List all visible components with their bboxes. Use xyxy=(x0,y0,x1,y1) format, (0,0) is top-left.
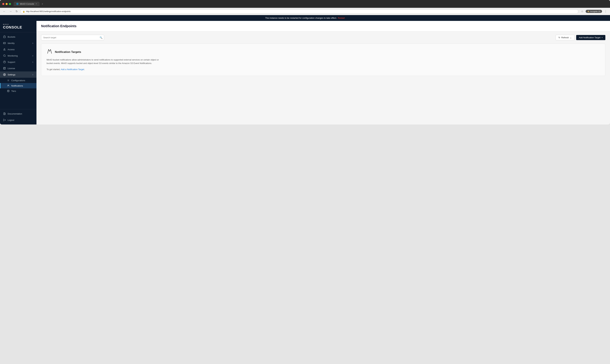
menu-button[interactable]: ⋮ xyxy=(603,9,608,13)
refresh-label: Refresh xyxy=(561,36,569,39)
sidebar-support-label: Support xyxy=(8,61,30,63)
add-label: Add Notification Target xyxy=(579,36,600,39)
svg-rect-7 xyxy=(3,67,5,69)
app-container: The instance needs to be restarted for c… xyxy=(0,15,610,125)
svg-point-9 xyxy=(8,80,9,81)
info-card-title: Notification Targets xyxy=(55,50,81,54)
logo-console: CONSOLE xyxy=(3,25,34,29)
main-content: Notification Endpoints 🔍 ↻ xyxy=(37,21,610,125)
search-input[interactable] xyxy=(41,35,104,40)
incognito-indicator: 🕵 Incognito (3) xyxy=(586,10,602,13)
top-banner: The instance needs to be restarted for c… xyxy=(0,15,610,21)
refresh-icon: ↻ xyxy=(558,36,560,39)
sidebar-item-documentation[interactable]: Documentation xyxy=(0,111,37,117)
svg-point-5 xyxy=(3,55,5,56)
sidebar-item-license[interactable]: License xyxy=(0,65,37,71)
forward-button[interactable]: → xyxy=(8,9,13,13)
back-button[interactable]: ← xyxy=(2,9,7,13)
sidebar-item-label: Buckets xyxy=(8,36,34,38)
browser-nav-right: ☆ 🕵 Incognito (3) ⋮ xyxy=(580,9,608,13)
configurations-icon xyxy=(7,79,10,82)
logout-icon xyxy=(3,118,6,121)
close-dot[interactable] xyxy=(2,3,4,5)
toolbar: 🔍 ↻ Refresh ⌄ Add Notification Target + xyxy=(41,35,605,40)
add-icon: + xyxy=(601,36,603,39)
browser-tab[interactable]: 🌐 MinIO Console ✕ xyxy=(13,2,40,6)
documentation-label: Documentation xyxy=(8,113,34,115)
search-wrapper: 🔍 xyxy=(41,35,104,40)
sidebar-item-support[interactable]: Support ∧ xyxy=(0,59,37,65)
info-card-link-line: To get started, Add a Notification Targe… xyxy=(47,68,163,71)
info-card-prefix: To get started, xyxy=(47,68,60,71)
svg-point-3 xyxy=(4,49,5,49)
restart-button[interactable]: Restart xyxy=(338,17,345,19)
settings-chevron-icon: ∨ xyxy=(32,74,34,76)
search-icon-button[interactable]: 🔍 xyxy=(100,36,103,39)
incognito-label: Incognito (3) xyxy=(590,11,600,13)
logo-minio: MINIO xyxy=(3,24,34,25)
address-bar[interactable]: 🔒 http://localhost:9001/settings/notific… xyxy=(20,9,578,13)
app-body: MINIO CONSOLE Buckets xyxy=(0,21,610,125)
minimize-dot[interactable] xyxy=(6,3,8,5)
support-chevron-icon: ∧ xyxy=(32,61,34,63)
license-icon xyxy=(3,67,6,70)
svg-point-2 xyxy=(4,43,4,43)
add-notification-target-button[interactable]: Add Notification Target + xyxy=(576,35,605,40)
info-card-text1: MinIO bucket notifications allow adminis… xyxy=(47,58,163,65)
main-body: 🔍 ↻ Refresh ⌄ Add Notification Target + xyxy=(37,31,610,79)
lambda-icon xyxy=(47,48,52,55)
notifications-lambda-icon xyxy=(7,84,10,87)
identity-chevron-icon: ∧ xyxy=(32,42,34,44)
refresh-button[interactable]: ↻ Refresh ⌄ xyxy=(556,35,574,40)
sidebar-item-identity[interactable]: Identity ∧ xyxy=(0,40,37,46)
sidebar-item-configurations[interactable]: Configurations xyxy=(0,78,37,83)
settings-submenu: Configurations Notifications xyxy=(0,78,37,94)
sidebar-monitoring-label: Monitoring xyxy=(8,54,30,57)
svg-point-8 xyxy=(4,74,5,75)
tiers-label: Tiers xyxy=(11,90,16,92)
sidebar-item-buckets[interactable]: Buckets xyxy=(0,34,37,40)
svg-point-10 xyxy=(7,90,9,91)
bookmark-button[interactable]: ☆ xyxy=(580,9,584,13)
reload-button[interactable]: ↻ xyxy=(14,9,19,13)
support-icon xyxy=(3,61,6,64)
main-header: Notification Endpoints xyxy=(37,21,610,31)
sidebar-item-monitoring[interactable]: Monitoring ∧ xyxy=(0,52,37,59)
sidebar-item-access[interactable]: Access xyxy=(0,46,37,52)
sidebar-access-label: Access xyxy=(8,48,34,51)
sidebar-item-notifications[interactable]: Notifications xyxy=(0,83,37,88)
bucket-icon xyxy=(3,35,6,38)
sidebar-item-logout[interactable]: Logout xyxy=(0,117,37,123)
refresh-chevron-icon: ⌄ xyxy=(570,36,572,39)
tab-close-icon[interactable]: ✕ xyxy=(36,3,37,5)
sidebar-settings-label: Settings xyxy=(8,73,30,76)
sidebar: MINIO CONSOLE Buckets xyxy=(0,21,37,125)
svg-rect-0 xyxy=(3,36,5,38)
sidebar-nav: Buckets Identity ∧ xyxy=(0,32,37,109)
sidebar-bottom: Documentation Logout xyxy=(0,109,37,125)
notifications-label: Notifications xyxy=(11,85,23,87)
banner-message: The instance needs to be restarted for c… xyxy=(265,17,337,19)
add-notification-target-link[interactable]: Add a Notification Target xyxy=(61,68,84,71)
browser-window: 🌐 MinIO Console ✕ + ← → ↻ 🔒 http://local… xyxy=(0,0,610,125)
info-card-header: Notification Targets xyxy=(47,48,600,55)
sidebar-item-tiers[interactable]: Tiers xyxy=(0,88,37,94)
url-text: http://localhost:9001/settings/notificat… xyxy=(26,10,71,13)
documentation-icon xyxy=(3,112,6,115)
sidebar-logo-wrapper: MINIO CONSOLE xyxy=(0,21,37,32)
sidebar-license-label: License xyxy=(8,67,34,70)
search-icon: 🔍 xyxy=(100,36,103,39)
monitoring-icon xyxy=(3,54,6,57)
info-card-suffix: . xyxy=(84,68,85,71)
sidebar-item-settings[interactable]: Settings ∨ xyxy=(0,71,37,78)
notification-targets-card: Notification Targets MinIO bucket notifi… xyxy=(41,44,605,76)
browser-navbar: ← → ↻ 🔒 http://localhost:9001/settings/n… xyxy=(0,8,610,15)
info-card-body: MinIO bucket notifications allow adminis… xyxy=(47,58,163,71)
access-icon xyxy=(3,48,6,51)
logout-label: Logout xyxy=(8,119,34,121)
browser-titlebar: 🌐 MinIO Console ✕ + xyxy=(0,0,610,8)
new-tab-icon[interactable]: + xyxy=(42,2,43,5)
page-title: Notification Endpoints xyxy=(41,24,605,28)
maximize-dot[interactable] xyxy=(9,3,11,5)
monitoring-chevron-icon: ∧ xyxy=(32,55,34,57)
